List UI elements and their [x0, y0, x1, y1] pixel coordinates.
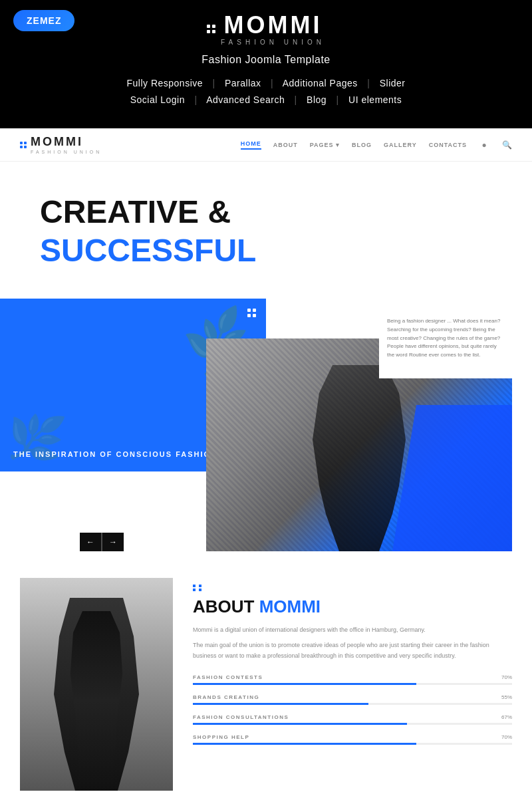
- skill-fill: [193, 683, 416, 685]
- preview-navbar: MOMMI FASHION UNION HOME ABOUT PAGES ▾ B…: [0, 128, 532, 162]
- about-heading-plain: ABOUT: [193, 597, 259, 616]
- skill-value: 70%: [501, 674, 512, 680]
- about-image: [20, 578, 173, 791]
- about-dots-icon: [193, 585, 203, 591]
- skill-value: 70%: [501, 734, 512, 740]
- skill-header: FASHION CONTESTS 70%: [193, 674, 512, 680]
- skill-header: SHOPPING HELP 70%: [193, 734, 512, 740]
- skill-track: [193, 723, 512, 725]
- skill-track: [193, 703, 512, 705]
- slider-caption: THE INSPIRATION OF CONSCIOUS FASHION: [13, 450, 217, 458]
- preview-navigation: HOME ABOUT PAGES ▾ BLOG GALLERY CONTACTS…: [241, 140, 512, 150]
- preview-logo-text-block: MOMMI FASHION UNION: [31, 135, 102, 154]
- skill-header: FASHION CONSULTANTIONS 67%: [193, 714, 512, 720]
- fern-decoration2-icon: 🌿: [3, 406, 69, 469]
- about-heading-blue: MOMMI: [259, 597, 321, 616]
- about-heading: ABOUT MOMMI: [193, 597, 512, 617]
- nav-pages[interactable]: PAGES ▾: [310, 142, 340, 148]
- skill-fashion-consultations: FASHION CONSULTANTIONS 67%: [193, 714, 512, 725]
- feature-advanced-search: Advanced Search: [206, 94, 285, 105]
- separator6: |: [336, 94, 339, 105]
- separator5: |: [295, 94, 297, 105]
- search-icon[interactable]: 🔍: [501, 140, 512, 150]
- features-line1: Fully Responsive | Parallax | Additional…: [0, 75, 532, 92]
- skill-fill: [193, 723, 407, 725]
- skill-fill: [193, 743, 416, 745]
- slider-side-text: Being a fashion designer ... What does i…: [387, 317, 504, 360]
- skill-brands-creating: BRANDS CREATING 55%: [193, 694, 512, 705]
- feature-fully-responsive: Fully Responsive: [126, 78, 203, 88]
- nav-blog[interactable]: BLOG: [352, 142, 372, 148]
- slider-area: 🌿 🌿 THE INSPIRATION OF CONSCIOUS FASHION…: [0, 299, 532, 551]
- zemez-badge[interactable]: ZEMEZ: [13, 10, 74, 31]
- separator1: |: [212, 78, 215, 88]
- hero-heading-blue: SUCCESSFUL: [40, 233, 492, 269]
- preview-logo-dots-icon: [20, 142, 27, 148]
- top-header: ZEMEZ MOMMI FASHION UNION Fashion Joomla…: [0, 0, 532, 128]
- skill-shopping-help: SHOPPING HELP 70%: [193, 734, 512, 745]
- skill-fashion-contests: FASHION CONTESTS 70%: [193, 674, 512, 685]
- feature-social-login: Social Login: [130, 94, 185, 105]
- skill-label: SHOPPING HELP: [193, 734, 249, 740]
- skill-track: [193, 683, 512, 685]
- feature-ui-elements: UI elements: [348, 94, 402, 105]
- preview-frame: MOMMI FASHION UNION HOME ABOUT PAGES ▾ B…: [0, 128, 532, 798]
- skill-track: [193, 743, 512, 745]
- next-button[interactable]: →: [102, 533, 124, 551]
- about-text2: The main goal of the union is to promote…: [193, 640, 512, 661]
- hero-section: CREATIVE & SUCCESSFUL: [0, 162, 532, 299]
- slider-side-text-panel: Being a fashion designer ... What does i…: [379, 299, 512, 378]
- feature-blog: Blog: [307, 94, 327, 105]
- separator4: |: [194, 94, 197, 105]
- skill-fill: [193, 703, 368, 705]
- about-text1: Mommi is a digital union of internationa…: [193, 625, 512, 635]
- about-content: ABOUT MOMMI Mommi is a digital union of …: [193, 578, 512, 791]
- logo-dots-icon: [207, 25, 215, 33]
- nav-about[interactable]: ABOUT: [273, 142, 298, 148]
- nav-gallery[interactable]: GALLERY: [384, 142, 417, 148]
- skill-label: BRANDS CREATING: [193, 694, 259, 700]
- slider-grid-dots-icon: [247, 309, 256, 317]
- user-icon[interactable]: ●: [479, 140, 489, 150]
- skill-label: FASHION CONTESTS: [193, 674, 263, 680]
- logo-area: MOMMI FASHION UNION: [0, 13, 532, 46]
- logo-container: MOMMI FASHION UNION: [207, 13, 325, 46]
- skill-value: 55%: [501, 694, 512, 700]
- hero-heading: CREATIVE &: [40, 195, 492, 230]
- preview-logo: MOMMI FASHION UNION: [20, 135, 102, 154]
- nav-home[interactable]: HOME: [241, 140, 261, 150]
- feature-additional-pages: Additional Pages: [283, 78, 358, 88]
- slider-controls: ← →: [80, 533, 124, 551]
- logo-title: MOMMI FASHION UNION: [221, 13, 325, 46]
- nav-contacts[interactable]: CONTACTS: [429, 142, 467, 148]
- template-description: Fashion Joomla Template: [0, 54, 532, 66]
- skill-value: 67%: [501, 714, 512, 720]
- about-section: ABOUT MOMMI Mommi is a digital union of …: [0, 551, 532, 798]
- feature-parallax: Parallax: [225, 78, 261, 88]
- skill-bars: FASHION CONTESTS 70% BRANDS CREATING 55%: [193, 674, 512, 745]
- prev-button[interactable]: ←: [80, 533, 101, 551]
- skill-header: BRANDS CREATING 55%: [193, 694, 512, 700]
- feature-slider: Slider: [380, 78, 406, 88]
- features-line2: Social Login | Advanced Search | Blog | …: [0, 92, 532, 108]
- about-image-bg: [20, 578, 173, 791]
- separator3: |: [367, 78, 370, 88]
- skill-label: FASHION CONSULTANTIONS: [193, 714, 289, 720]
- separator2: |: [271, 78, 273, 88]
